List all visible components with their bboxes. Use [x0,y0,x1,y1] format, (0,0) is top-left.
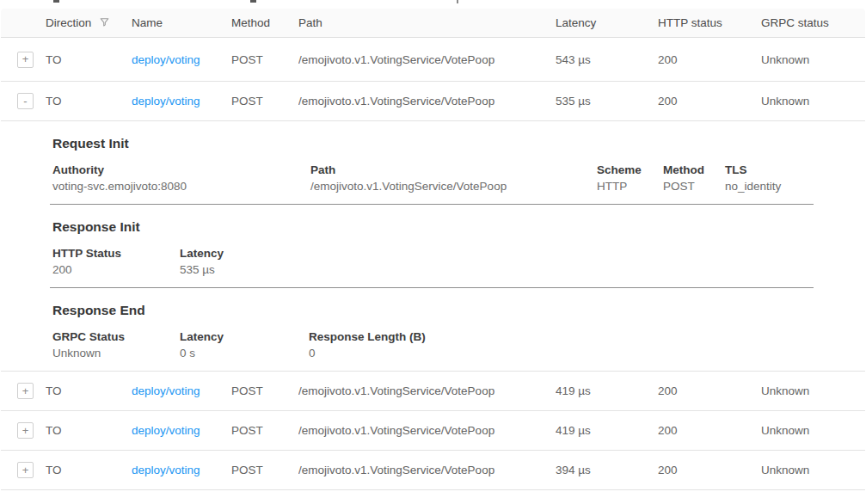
resource-link[interactable]: deploy/voting [132,53,200,66]
tap-results-table: Direction Name Method Path Latency HTTP … [1,9,865,490]
latency-field: Latency 535 µs [180,247,865,276]
request-init-fields: Authority voting-svc.emojivoto:8080 Path… [52,163,865,193]
collapse-row-button[interactable]: - [17,93,34,109]
http-status-field: HTTP Status 200 [52,247,180,276]
authority-field: Authority voting-svc.emojivoto:8080 [52,163,310,193]
column-header-name: Name [132,16,231,29]
http-status-value: 200 [658,53,761,66]
direction-value: TO [46,384,132,397]
cutoff-text-fragment [250,0,256,3]
latency-value: 0 s [180,347,309,360]
path-field: Path /emojivoto.v1.VotingService/VotePoo… [310,163,597,193]
column-header-path: Path [298,16,556,29]
tls-value: no_identity [725,180,865,193]
direction-value: TO [46,53,132,66]
expand-row-button[interactable]: + [17,383,34,399]
table-row: + TO deploy/voting POST /emojivoto.v1.Vo… [1,451,865,490]
authority-label: Authority [52,163,310,176]
direction-value: TO [46,95,132,108]
latency-value: 419 µs [556,384,658,397]
method-value: POST [231,95,298,108]
latency-value: 543 µs [556,53,658,66]
grpc-status-value: Unknown [761,424,865,437]
grpc-status-value: Unknown [52,347,180,360]
expanded-row-detail: Request Init Authority voting-svc.emojiv… [1,121,865,372]
expand-row-button[interactable]: + [17,52,34,68]
method-label: Method [663,163,725,176]
filter-funnel-icon[interactable] [99,16,110,30]
resource-link[interactable]: deploy/voting [132,384,200,397]
latency-value: 535 µs [180,263,865,276]
path-value: /emojivoto.v1.VotingService/VotePoop [298,424,556,437]
grpc-status-value: Unknown [761,464,865,476]
grpc-status-field: GRPC Status Unknown [52,330,180,360]
expand-row-button[interactable]: + [17,422,34,439]
http-status-value: 200 [658,384,761,397]
grpc-status-label: GRPC Status [52,330,180,343]
method-value: POST [231,384,298,397]
http-status-value: 200 [658,95,761,108]
scheme-label: Scheme [597,163,663,176]
response-length-label: Response Length (B) [309,330,865,343]
table-row: + TO deploy/voting POST /emojivoto.v1.Vo… [1,411,865,451]
method-value: POST [231,464,298,476]
latency-label: Latency [180,330,309,343]
http-status-value: 200 [658,424,761,437]
direction-header-label: Direction [46,16,91,29]
http-status-value: 200 [658,464,761,476]
resource-link[interactable]: deploy/voting [132,424,200,437]
method-value: POST [663,180,725,193]
scheme-field: Scheme HTTP [597,163,663,193]
direction-value: TO [46,424,132,437]
column-header-http-status: HTTP status [658,16,761,29]
latency-value: 419 µs [556,424,658,437]
method-value: POST [231,424,298,437]
response-end-title: Response End [52,288,865,318]
response-length-field: Response Length (B) 0 [309,330,865,360]
table-header-row: Direction Name Method Path Latency HTTP … [1,9,865,38]
column-header-grpc-status: GRPC status [761,16,865,29]
path-value: /emojivoto.v1.VotingService/VotePoop [310,180,597,193]
authority-value: voting-svc.emojivoto:8080 [52,180,310,193]
expand-row-button[interactable]: + [17,462,34,478]
latency-field: Latency 0 s [180,330,309,360]
scheme-value: HTTP [597,180,663,193]
cutoff-text-fragment [457,0,458,3]
clipped-content-strip [0,0,866,9]
request-init-title: Request Init [52,121,865,151]
method-field: Method POST [663,163,725,193]
latency-value: 394 µs [556,464,658,476]
resource-link[interactable]: deploy/voting [132,464,200,476]
path-value: /emojivoto.v1.VotingService/VotePoop [298,384,556,397]
path-label: Path [310,163,597,176]
grpc-status-value: Unknown [761,53,865,66]
table-row: + TO deploy/voting POST /emojivoto.v1.Vo… [1,372,865,411]
path-value: /emojivoto.v1.VotingService/VotePoop [298,464,556,476]
column-header-method: Method [231,16,298,29]
http-status-label: HTTP Status [52,247,180,260]
method-value: POST [231,53,298,66]
latency-value: 535 µs [556,95,658,108]
latency-label: Latency [180,247,865,260]
response-end-fields: GRPC Status Unknown Latency 0 s Response… [52,330,865,360]
grpc-status-value: Unknown [761,95,865,108]
table-row: + TO deploy/voting POST /emojivoto.v1.Vo… [1,38,865,82]
response-length-value: 0 [309,347,865,360]
column-header-latency: Latency [556,16,658,29]
cutoff-text-fragment [53,0,59,3]
column-header-direction: Direction [46,16,132,30]
resource-link[interactable]: deploy/voting [132,95,200,108]
path-value: /emojivoto.v1.VotingService/VotePoop [298,53,556,66]
tls-field: TLS no_identity [725,163,865,193]
http-status-value: 200 [52,263,180,276]
direction-value: TO [46,464,132,476]
path-value: /emojivoto.v1.VotingService/VotePoop [298,95,556,108]
table-row-expanded: - TO deploy/voting POST /emojivoto.v1.Vo… [1,82,865,121]
response-init-title: Response Init [52,205,865,235]
response-init-fields: HTTP Status 200 Latency 535 µs [52,247,865,276]
tls-label: TLS [725,163,865,176]
grpc-status-value: Unknown [761,384,865,397]
